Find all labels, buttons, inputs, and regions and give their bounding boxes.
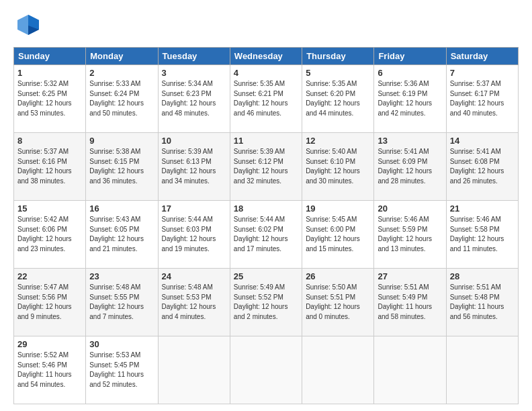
table-row: 18Sunrise: 5:44 AM Sunset: 6:02 PM Dayli… [230, 201, 302, 269]
day-info: Sunrise: 5:32 AM Sunset: 6:25 PM Dayligh… [17, 79, 82, 118]
table-row: 26Sunrise: 5:50 AM Sunset: 5:51 PM Dayli… [302, 269, 374, 336]
table-row: 12Sunrise: 5:40 AM Sunset: 6:10 PM Dayli… [302, 133, 374, 201]
table-row [302, 336, 374, 404]
table-row [158, 336, 230, 404]
day-info: Sunrise: 5:46 AM Sunset: 5:59 PM Dayligh… [378, 215, 442, 254]
day-number: 16 [89, 203, 154, 214]
day-number: 4 [234, 68, 298, 78]
day-number: 23 [89, 271, 154, 281]
day-info: Sunrise: 5:49 AM Sunset: 5:52 PM Dayligh… [234, 283, 298, 322]
day-number: 9 [89, 136, 154, 146]
col-tuesday: Tuesday [158, 48, 230, 65]
day-info: Sunrise: 5:42 AM Sunset: 6:06 PM Dayligh… [17, 215, 82, 254]
day-number: 19 [306, 203, 370, 214]
header [13, 11, 519, 40]
day-info: Sunrise: 5:51 AM Sunset: 5:48 PM Dayligh… [450, 283, 515, 322]
day-info: Sunrise: 5:41 AM Sunset: 6:09 PM Dayligh… [378, 147, 442, 186]
day-info: Sunrise: 5:34 AM Sunset: 6:23 PM Dayligh… [162, 79, 226, 118]
table-row: 27Sunrise: 5:51 AM Sunset: 5:49 PM Dayli… [374, 269, 446, 336]
col-thursday: Thursday [302, 48, 374, 65]
table-row: 20Sunrise: 5:46 AM Sunset: 5:59 PM Dayli… [374, 201, 446, 269]
day-info: Sunrise: 5:52 AM Sunset: 5:46 PM Dayligh… [17, 351, 82, 390]
day-number: 5 [306, 68, 370, 78]
day-number: 1 [17, 68, 82, 78]
day-number: 18 [234, 203, 298, 214]
table-row: 17Sunrise: 5:44 AM Sunset: 6:03 PM Dayli… [158, 201, 230, 269]
day-number: 28 [450, 271, 515, 281]
table-row: 3Sunrise: 5:34 AM Sunset: 6:23 PM Daylig… [158, 65, 230, 133]
day-info: Sunrise: 5:37 AM Sunset: 6:17 PM Dayligh… [450, 79, 515, 118]
day-info: Sunrise: 5:53 AM Sunset: 5:45 PM Dayligh… [89, 351, 154, 390]
logo [13, 11, 46, 40]
day-info: Sunrise: 5:43 AM Sunset: 6:05 PM Dayligh… [89, 215, 154, 254]
day-number: 20 [378, 203, 442, 214]
table-row: 19Sunrise: 5:45 AM Sunset: 6:00 PM Dayli… [302, 201, 374, 269]
calendar-week-row: 22Sunrise: 5:47 AM Sunset: 5:56 PM Dayli… [14, 269, 519, 336]
calendar-table: Sunday Monday Tuesday Wednesday Thursday… [13, 47, 519, 404]
day-info: Sunrise: 5:48 AM Sunset: 5:55 PM Dayligh… [89, 283, 154, 322]
day-info: Sunrise: 5:33 AM Sunset: 6:24 PM Dayligh… [89, 79, 154, 118]
calendar-header-row: Sunday Monday Tuesday Wednesday Thursday… [14, 48, 519, 65]
day-number: 10 [162, 136, 226, 146]
day-number: 8 [17, 136, 82, 146]
table-row: 11Sunrise: 5:39 AM Sunset: 6:12 PM Dayli… [230, 133, 302, 201]
table-row: 14Sunrise: 5:41 AM Sunset: 6:08 PM Dayli… [446, 133, 518, 201]
day-info: Sunrise: 5:36 AM Sunset: 6:19 PM Dayligh… [378, 79, 442, 118]
svg-marker-1 [17, 15, 28, 35]
day-number: 29 [17, 339, 82, 349]
table-row: 9Sunrise: 5:38 AM Sunset: 6:15 PM Daylig… [86, 133, 158, 201]
table-row: 1Sunrise: 5:32 AM Sunset: 6:25 PM Daylig… [14, 65, 86, 133]
day-info: Sunrise: 5:41 AM Sunset: 6:08 PM Dayligh… [450, 147, 515, 186]
table-row: 16Sunrise: 5:43 AM Sunset: 6:05 PM Dayli… [86, 201, 158, 269]
day-number: 13 [378, 136, 442, 146]
day-number: 11 [234, 136, 298, 146]
day-number: 26 [306, 271, 370, 281]
day-info: Sunrise: 5:39 AM Sunset: 6:13 PM Dayligh… [162, 147, 226, 186]
day-info: Sunrise: 5:45 AM Sunset: 6:00 PM Dayligh… [306, 215, 370, 254]
calendar-week-row: 8Sunrise: 5:37 AM Sunset: 6:16 PM Daylig… [14, 133, 519, 201]
calendar-week-row: 1Sunrise: 5:32 AM Sunset: 6:25 PM Daylig… [14, 65, 519, 133]
table-row: 21Sunrise: 5:46 AM Sunset: 5:58 PM Dayli… [446, 201, 518, 269]
table-row: 29Sunrise: 5:52 AM Sunset: 5:46 PM Dayli… [14, 336, 86, 404]
day-number: 27 [378, 271, 442, 281]
col-saturday: Saturday [446, 48, 518, 65]
col-monday: Monday [86, 48, 158, 65]
day-info: Sunrise: 5:35 AM Sunset: 6:20 PM Dayligh… [306, 79, 370, 118]
day-number: 12 [306, 136, 370, 146]
table-row: 15Sunrise: 5:42 AM Sunset: 6:06 PM Dayli… [14, 201, 86, 269]
day-info: Sunrise: 5:38 AM Sunset: 6:15 PM Dayligh… [89, 147, 154, 186]
day-number: 30 [89, 339, 154, 349]
day-number: 15 [17, 203, 82, 214]
table-row: 24Sunrise: 5:48 AM Sunset: 5:53 PM Dayli… [158, 269, 230, 336]
table-row [230, 336, 302, 404]
day-info: Sunrise: 5:39 AM Sunset: 6:12 PM Dayligh… [234, 147, 298, 186]
day-info: Sunrise: 5:50 AM Sunset: 5:51 PM Dayligh… [306, 283, 370, 322]
table-row: 22Sunrise: 5:47 AM Sunset: 5:56 PM Dayli… [14, 269, 86, 336]
table-row: 5Sunrise: 5:35 AM Sunset: 6:20 PM Daylig… [302, 65, 374, 133]
table-row [374, 336, 446, 404]
day-number: 25 [234, 271, 298, 281]
table-row: 25Sunrise: 5:49 AM Sunset: 5:52 PM Dayli… [230, 269, 302, 336]
table-row: 4Sunrise: 5:35 AM Sunset: 6:21 PM Daylig… [230, 65, 302, 133]
col-sunday: Sunday [14, 48, 86, 65]
table-row: 10Sunrise: 5:39 AM Sunset: 6:13 PM Dayli… [158, 133, 230, 201]
day-number: 17 [162, 203, 226, 214]
page: Sunday Monday Tuesday Wednesday Thursday… [0, 0, 532, 411]
day-info: Sunrise: 5:47 AM Sunset: 5:56 PM Dayligh… [17, 283, 82, 322]
calendar-week-row: 15Sunrise: 5:42 AM Sunset: 6:06 PM Dayli… [14, 201, 519, 269]
day-info: Sunrise: 5:51 AM Sunset: 5:49 PM Dayligh… [378, 283, 442, 322]
table-row: 23Sunrise: 5:48 AM Sunset: 5:55 PM Dayli… [86, 269, 158, 336]
day-info: Sunrise: 5:44 AM Sunset: 6:02 PM Dayligh… [234, 215, 298, 254]
table-row: 7Sunrise: 5:37 AM Sunset: 6:17 PM Daylig… [446, 65, 518, 133]
day-number: 14 [450, 136, 515, 146]
day-number: 21 [450, 203, 515, 214]
day-number: 6 [378, 68, 442, 78]
day-info: Sunrise: 5:37 AM Sunset: 6:16 PM Dayligh… [17, 147, 82, 186]
day-info: Sunrise: 5:44 AM Sunset: 6:03 PM Dayligh… [162, 215, 226, 254]
day-number: 7 [450, 68, 515, 78]
day-info: Sunrise: 5:35 AM Sunset: 6:21 PM Dayligh… [234, 79, 298, 118]
table-row: 13Sunrise: 5:41 AM Sunset: 6:09 PM Dayli… [374, 133, 446, 201]
calendar-week-row: 29Sunrise: 5:52 AM Sunset: 5:46 PM Dayli… [14, 336, 519, 404]
logo-icon [13, 11, 43, 40]
table-row: 8Sunrise: 5:37 AM Sunset: 6:16 PM Daylig… [14, 133, 86, 201]
